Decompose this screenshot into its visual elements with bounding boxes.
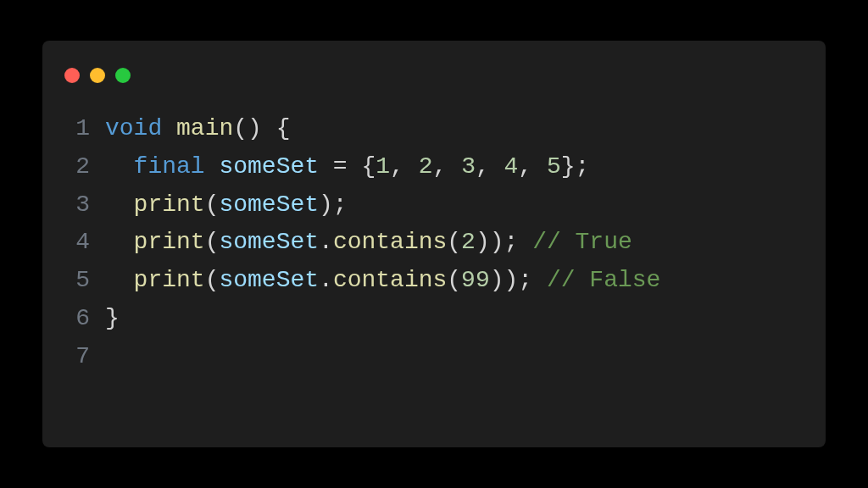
token: = {: [319, 153, 376, 180]
code-line: 4 print(someSet.contains(2)); // True: [42, 224, 826, 262]
minimize-icon[interactable]: [90, 68, 105, 83]
line-number: 4: [42, 224, 105, 262]
token: 3: [461, 153, 476, 180]
token: main: [176, 115, 233, 141]
token: ,: [390, 153, 419, 180]
token: [162, 115, 176, 141]
token: [105, 229, 134, 255]
token: .: [319, 267, 333, 293]
code-line: 1void main() {: [42, 110, 826, 148]
code-content: print(someSet.contains(99)); // False: [105, 262, 826, 300]
token: contains: [333, 229, 447, 255]
token: void: [105, 115, 162, 141]
token: (: [205, 191, 220, 218]
token: someSet: [219, 153, 319, 180]
token: (: [447, 267, 461, 293]
token: 99: [461, 267, 490, 293]
token: ,: [433, 153, 462, 180]
token: [205, 153, 220, 180]
code-content: [105, 338, 826, 376]
code-line: 7: [42, 338, 826, 376]
token: contains: [333, 267, 447, 293]
token: () {: [233, 115, 290, 141]
code-line: 2 final someSet = {1, 2, 3, 4, 5};: [42, 148, 826, 186]
line-number: 5: [42, 262, 105, 300]
token: 4: [504, 153, 519, 180]
maximize-icon[interactable]: [115, 68, 131, 83]
code-content: }: [105, 300, 826, 338]
token: print: [134, 191, 205, 218]
token: 5: [547, 153, 561, 180]
code-line: 3 print(someSet);: [42, 186, 826, 225]
token: (: [205, 267, 220, 293]
code-content: print(someSet);: [105, 186, 826, 225]
token: };: [561, 153, 590, 180]
code-window: 1void main() {2 final someSet = {1, 2, 3…: [42, 41, 826, 447]
code-block: 1void main() {2 final someSet = {1, 2, 3…: [42, 92, 826, 376]
token: // False: [547, 267, 660, 293]
line-number: 1: [42, 110, 105, 148]
code-content: print(someSet.contains(2)); // True: [105, 224, 826, 262]
token: // True: [532, 229, 632, 255]
token: someSet: [219, 191, 319, 218]
token: final: [134, 153, 205, 180]
token: [105, 153, 134, 180]
token: print: [134, 229, 205, 255]
token: ));: [476, 229, 532, 255]
close-icon[interactable]: [64, 68, 80, 83]
token: 2: [419, 153, 433, 180]
line-number: 3: [42, 186, 105, 225]
token: ,: [476, 153, 504, 180]
code-line: 6}: [42, 300, 826, 338]
token: .: [319, 229, 333, 255]
token: }: [105, 305, 120, 331]
token: [105, 267, 134, 293]
line-number: 6: [42, 300, 105, 338]
token: ));: [490, 267, 547, 293]
token: 2: [461, 229, 476, 255]
token: someSet: [219, 229, 319, 255]
window-titlebar: [42, 41, 826, 92]
token: someSet: [219, 267, 319, 293]
token: [105, 191, 134, 218]
token: 1: [376, 153, 390, 180]
code-content: void main() {: [105, 110, 826, 148]
token: print: [134, 267, 205, 293]
code-content: final someSet = {1, 2, 3, 4, 5};: [105, 148, 826, 186]
token: (: [447, 229, 461, 255]
line-number: 7: [42, 338, 105, 376]
code-line: 5 print(someSet.contains(99)); // False: [42, 262, 826, 300]
token: );: [319, 191, 348, 218]
token: (: [205, 229, 220, 255]
token: ,: [518, 153, 547, 180]
line-number: 2: [42, 148, 105, 186]
